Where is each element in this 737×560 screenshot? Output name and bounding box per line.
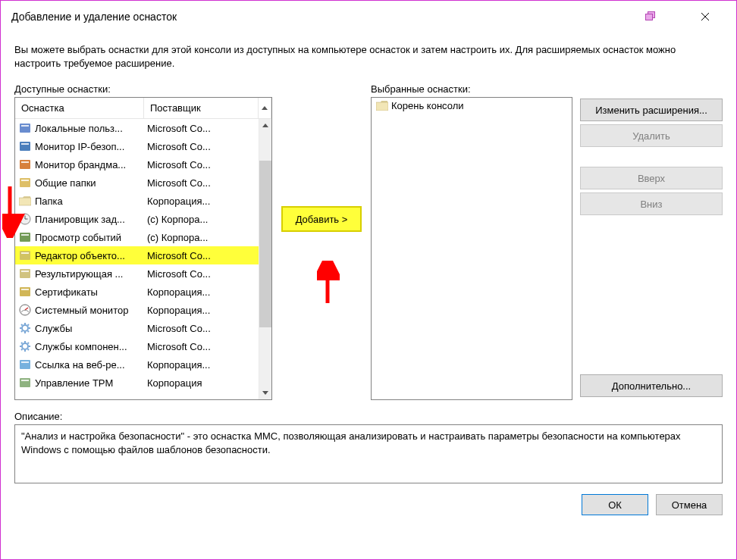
column-snapin[interactable]: Оснастка [15, 98, 144, 118]
selected-label: Выбранные оснастки: [371, 83, 572, 95]
snapin-row[interactable]: Общие папкиMicrosoft Co... [15, 174, 259, 192]
snapin-name: Службы компонен... [35, 341, 147, 352]
intro-text: Вы можете выбрать оснастки для этой конс… [14, 43, 723, 70]
snapin-icon [18, 230, 32, 244]
snapin-row[interactable]: Локальные польз...Microsoft Co... [15, 119, 259, 137]
svg-rect-10 [19, 198, 31, 205]
snapin-icon [18, 321, 32, 335]
scroll-up-button[interactable] [259, 119, 271, 132]
snapin-row[interactable]: ПапкаКорпорация... [15, 192, 259, 210]
snapin-name: Общие папки [35, 177, 147, 189]
middle-column: Добавить > [272, 83, 371, 400]
description-section: Описание: "Анализ и настройка безопаснос… [14, 411, 723, 483]
svg-line-32 [28, 324, 30, 326]
snapin-icon [18, 158, 32, 171]
snapin-icon [18, 339, 32, 353]
snapin-name: Службы [35, 323, 147, 334]
scroll-track[interactable] [259, 132, 271, 386]
svg-rect-43 [21, 361, 29, 363]
snapin-vendor: Корпорация [147, 377, 259, 389]
column-vendor[interactable]: Поставщик [144, 98, 259, 118]
titlebar: Добавление и удаление оснасток [1, 1, 736, 33]
selected-snapins-tree[interactable]: Корень консоли [371, 97, 572, 400]
snapin-name: Системный монитор [35, 305, 147, 316]
snapin-row[interactable]: Планировщик зад...(с) Корпора... [15, 210, 259, 228]
snapin-row[interactable]: Монитор IP-безоп...Microsoft Co... [15, 137, 259, 155]
svg-rect-16 [20, 251, 30, 260]
svg-line-38 [21, 343, 23, 344]
selected-column: Выбранные оснастки: Корень консоли [371, 83, 572, 400]
snapin-row[interactable]: Результирующая ...Microsoft Co... [15, 264, 259, 283]
snapin-row[interactable]: Редактор объекто...Microsoft Co... [15, 246, 259, 264]
remove-button[interactable]: Удалить [580, 124, 723, 147]
snapin-vendor: Microsoft Co... [147, 268, 259, 280]
snapin-vendor: Microsoft Co... [147, 341, 259, 352]
cancel-button[interactable]: Отмена [656, 494, 723, 515]
description-label: Описание: [14, 411, 723, 422]
snapin-vendor: Microsoft Co... [147, 323, 259, 334]
snapin-vendor: Корпорация... [147, 196, 259, 207]
available-snapins-list[interactable]: Оснастка Поставщик Локальные польз...Mic… [14, 97, 272, 400]
snapin-row[interactable]: СлужбыMicrosoft Co... [15, 319, 259, 337]
svg-rect-17 [21, 252, 29, 254]
svg-rect-44 [20, 378, 30, 387]
scroll-down-button[interactable] [259, 386, 271, 399]
snapin-row[interactable]: Управление TPMКорпорация [15, 374, 259, 392]
snapin-name: Редактор объекто... [35, 250, 147, 261]
snapin-name: Результирующая ... [35, 268, 147, 280]
svg-rect-5 [21, 143, 29, 145]
snapin-row[interactable]: Ссылка на веб-ре...Корпорация... [15, 355, 259, 374]
svg-rect-14 [20, 233, 30, 242]
vertical-scrollbar[interactable] [259, 119, 271, 399]
add-button-label: Добавить > [296, 214, 348, 225]
snapin-icon [18, 376, 32, 389]
snapin-icon [18, 194, 32, 208]
snapin-vendor: Microsoft Co... [147, 159, 259, 171]
svg-rect-18 [20, 269, 30, 278]
svg-rect-3 [21, 125, 29, 127]
edit-extensions-button[interactable]: Изменить расширения... [580, 99, 723, 121]
svg-rect-9 [21, 180, 29, 181]
console-root-item[interactable]: Корень консоли [373, 99, 570, 112]
svg-line-41 [28, 343, 30, 344]
svg-rect-42 [20, 360, 30, 369]
dialog-window: Добавление и удаление оснасток Вы можете… [0, 0, 737, 560]
svg-rect-6 [20, 160, 30, 169]
advanced-button[interactable]: Дополнительно... [580, 374, 723, 397]
scroll-thumb[interactable] [259, 161, 271, 327]
svg-line-29 [21, 324, 23, 326]
snapin-vendor: Корпорация... [147, 359, 259, 371]
snapin-icon [18, 176, 32, 189]
add-button[interactable]: Добавить > [281, 206, 362, 232]
snapin-icon [18, 249, 32, 262]
ok-button[interactable]: ОК [582, 494, 648, 515]
svg-line-39 [28, 349, 30, 351]
snapin-icon [18, 121, 32, 135]
snapin-name: Сертификаты [35, 286, 147, 298]
list-header: Оснастка Поставщик [15, 98, 271, 119]
column-scroll-spacer [259, 98, 271, 118]
snapin-name: Папка [35, 196, 147, 207]
snapin-vendor: Microsoft Co... [147, 177, 259, 189]
snapin-vendor: Microsoft Co... [147, 250, 259, 261]
snapin-row[interactable]: СертификатыКорпорация... [15, 283, 259, 301]
folder-icon [376, 101, 388, 111]
svg-rect-4 [20, 142, 30, 151]
window-stack-icon [645, 11, 657, 22]
close-button[interactable] [689, 5, 721, 28]
console-root-label: Корень консоли [391, 100, 464, 111]
snapin-name: Локальные польз... [35, 123, 147, 134]
snapin-row[interactable]: Просмотр событий(с) Корпора... [15, 228, 259, 246]
snapin-vendor: (с) Корпора... [147, 214, 259, 225]
snapin-row[interactable]: Службы компонен...Microsoft Co... [15, 337, 259, 355]
move-down-button[interactable]: Вниз [580, 192, 723, 215]
snapin-row[interactable]: Монитор брандма...Microsoft Co... [15, 155, 259, 174]
svg-rect-20 [20, 287, 30, 296]
svg-rect-7 [21, 161, 29, 163]
snapin-row[interactable]: Системный мониторКорпорация... [15, 301, 259, 319]
snapin-vendor: Microsoft Co... [147, 141, 259, 152]
snapin-icon [18, 212, 32, 226]
svg-rect-19 [21, 271, 29, 272]
move-up-button[interactable]: Вверх [580, 167, 723, 189]
svg-rect-46 [376, 102, 388, 111]
